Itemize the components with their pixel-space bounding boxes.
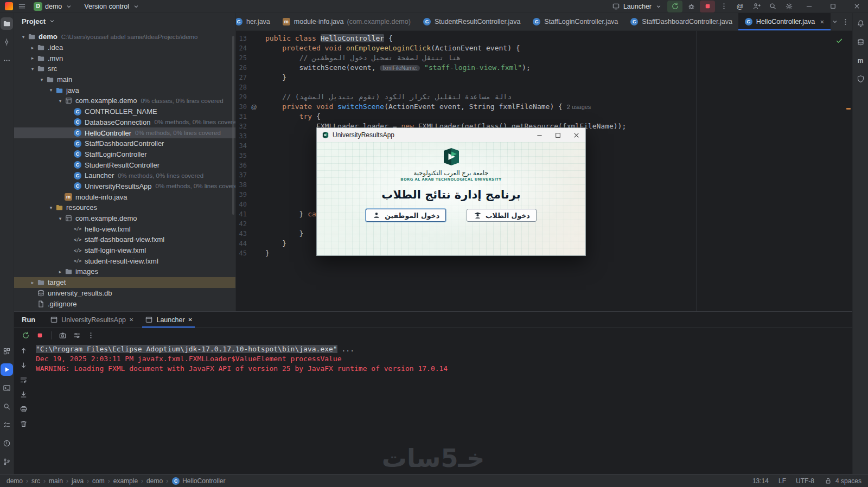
main-menu-icon[interactable] [17, 2, 26, 11]
stop-button[interactable] [700, 1, 715, 12]
scroll-end-button[interactable] [18, 389, 29, 400]
version-control-widget[interactable]: Version control [81, 1, 144, 12]
tree-item-hello-view.fxml[interactable]: </>hello-view.fxml [14, 223, 235, 234]
code-with-me-button[interactable] [749, 1, 764, 12]
dialog-minimize-button[interactable] [530, 128, 548, 142]
tool-git-button[interactable] [1, 456, 13, 468]
tree-item-resources[interactable]: ▾resources [14, 202, 235, 213]
dialog-close-button[interactable] [567, 128, 585, 142]
window-minimize-button[interactable] [797, 0, 820, 13]
breadcrumb-demo[interactable]: demo [146, 477, 163, 485]
tool-more-h-button[interactable] [1, 54, 13, 67]
arrow-down-button[interactable] [18, 360, 29, 370]
tree-item-staffdashboardcontroller[interactable]: CStaffDashboardController [14, 138, 235, 149]
tree-item-main[interactable]: ▾main [14, 74, 235, 85]
tree-item-.mvn[interactable]: ▸.mvn [14, 53, 235, 63]
tool-services-button[interactable] [1, 345, 13, 357]
tree-item-studentresultcontroller[interactable]: CStudentResultController [14, 159, 235, 170]
tree-item-com.example.demo[interactable]: ▾com.example.demo0% classes, 0% lines co… [14, 95, 235, 106]
editor-tab-module-info.java[interactable]: mmodule-info.java(com.example.demo) [276, 13, 417, 30]
debug-button[interactable] [684, 1, 699, 12]
run-configuration-widget[interactable]: Launcher [609, 1, 666, 12]
tree-item-java[interactable]: ▾java [14, 85, 235, 95]
tree-item-controller_name[interactable]: CCONTROLLER_NAME [14, 106, 235, 117]
tree-item-launcher[interactable]: CLauncher0% methods, 0% lines covered [14, 170, 235, 181]
search-everywhere-button[interactable] [765, 1, 780, 12]
editor-tab-her.java[interactable]: Cher.java [236, 13, 276, 30]
rerun-button[interactable] [20, 330, 32, 342]
breadcrumb-hellocontroller[interactable]: CHelloController [171, 477, 225, 485]
tab-list-chevron-icon[interactable] [831, 17, 839, 26]
status-lf[interactable]: LF [778, 477, 786, 485]
breadcrumb-example[interactable]: example [113, 477, 138, 485]
tree-item-stafflogincontroller[interactable]: CStaffLoginController [14, 149, 235, 160]
window-close-button[interactable] [845, 0, 868, 13]
student-login-button[interactable]: دخول الطلاب [467, 209, 537, 222]
editor-tab-stafflogincontroller.java[interactable]: CStaffLoginController.java [526, 13, 624, 30]
tool-bell-button[interactable] [854, 17, 867, 30]
tree-item-com.example.demo[interactable]: ▾com.example.demo [14, 213, 235, 224]
tree-item-module-info.java[interactable]: mmodule-info.java [14, 191, 235, 202]
ai-assistant-button[interactable]: @ [732, 1, 748, 12]
tree-item-student-result-view.fxml[interactable]: </>student-result-view.fxml [14, 255, 235, 266]
tree-item-images[interactable]: ▸images [14, 266, 235, 277]
dialog-titlebar[interactable]: UniversityResultsApp [317, 128, 585, 142]
project-panel-header[interactable]: Project [14, 13, 235, 29]
staff-login-button[interactable]: دخول الموظفين [366, 209, 446, 222]
settings-button[interactable] [781, 1, 796, 12]
more-run-actions-button[interactable] [716, 1, 731, 12]
tree-item-target[interactable]: ▸target [14, 277, 235, 288]
dialog-maximize-button[interactable] [548, 128, 567, 142]
editor-tab-staffdashboardcontroller.java[interactable]: CStaffDashboardController.java [624, 13, 738, 30]
arrow-up-button[interactable] [18, 345, 29, 356]
tool-run-button[interactable] [1, 363, 13, 376]
dots-v-button[interactable] [85, 330, 97, 342]
breadcrumb-com[interactable]: com [92, 477, 105, 485]
tree-item-universityresultsapp[interactable]: CUniversityResultsApp0% methods, 0% line… [14, 181, 235, 192]
tab-options-icon[interactable] [841, 17, 850, 26]
tool-database-button[interactable] [854, 36, 867, 48]
camera-button[interactable] [56, 330, 69, 342]
close-tab-icon[interactable]: ✕ [820, 19, 824, 25]
stop-button[interactable] [34, 330, 46, 342]
tool-terminal-button[interactable] [1, 382, 13, 394]
tool-shield-button[interactable] [854, 73, 867, 85]
editor-tab-hellocontroller.java[interactable]: CHelloController.java✕ [738, 13, 831, 30]
sliders-button[interactable] [71, 330, 83, 342]
status-13-14[interactable]: 13:14 [752, 477, 769, 485]
project-widget[interactable]: D demo [30, 1, 76, 12]
tree-item-.gitignore[interactable]: .gitignore [14, 298, 235, 309]
status-utf-8[interactable]: UTF-8 [796, 477, 814, 485]
tree-item-databaseconnection[interactable]: CDatabaseConnection0% methods, 0% lines … [14, 117, 235, 128]
soft-wrap-button[interactable] [18, 374, 29, 385]
tool-problems-button[interactable] [1, 437, 13, 450]
tree-item-src[interactable]: ▾src [14, 63, 235, 74]
window-maximize-button[interactable] [821, 0, 844, 13]
breadcrumb-java[interactable]: java [72, 477, 84, 485]
status-4-spaces[interactable]: 4 spaces [824, 477, 861, 485]
run-console[interactable]: "C:\Program Files\Eclipse Adoptium\jdk-1… [14, 343, 852, 474]
tool-find-button[interactable] [1, 400, 13, 413]
trash-button[interactable] [18, 418, 29, 429]
run-tab-universityresultsapp[interactable]: UniversityResultsApp✕ [44, 312, 139, 328]
tool-project-button[interactable] [1, 17, 13, 30]
project-scrollbar[interactable] [232, 36, 234, 215]
tree-item-staff-login-view.fxml[interactable]: </>staff-login-view.fxml [14, 245, 235, 256]
tree-item-demo[interactable]: ▾demoC:\Users\youssef abdel samie\IdeaPr… [14, 31, 235, 42]
close-tab-icon[interactable]: ✕ [188, 317, 193, 323]
editor-tab-studentresultcontroller.java[interactable]: CStudentResultController.java [417, 13, 526, 30]
breadcrumb-src[interactable]: src [31, 477, 40, 485]
tree-item-university_results.db[interactable]: university_results.db [14, 288, 235, 299]
tree-item-staff-dashboard-view.fxml[interactable]: </>staff-dashboard-view.fxml [14, 234, 235, 245]
rerun-button[interactable] [667, 1, 682, 12]
tree-item-.idea[interactable]: ▸.idea [14, 42, 235, 53]
close-tab-icon[interactable]: ✕ [129, 317, 133, 323]
tool-commit-button[interactable] [1, 36, 13, 48]
run-tab-launcher[interactable]: Launcher✕ [139, 312, 198, 328]
tree-item-hellocontroller[interactable]: CHelloController0% methods, 0% lines cov… [14, 127, 235, 138]
breadcrumb-demo[interactable]: demo [7, 477, 23, 485]
tool-maven-button[interactable]: m [854, 54, 867, 67]
print-button[interactable] [18, 403, 29, 414]
breadcrumb-main[interactable]: main [49, 477, 63, 485]
tool-todo-button[interactable] [1, 419, 13, 431]
